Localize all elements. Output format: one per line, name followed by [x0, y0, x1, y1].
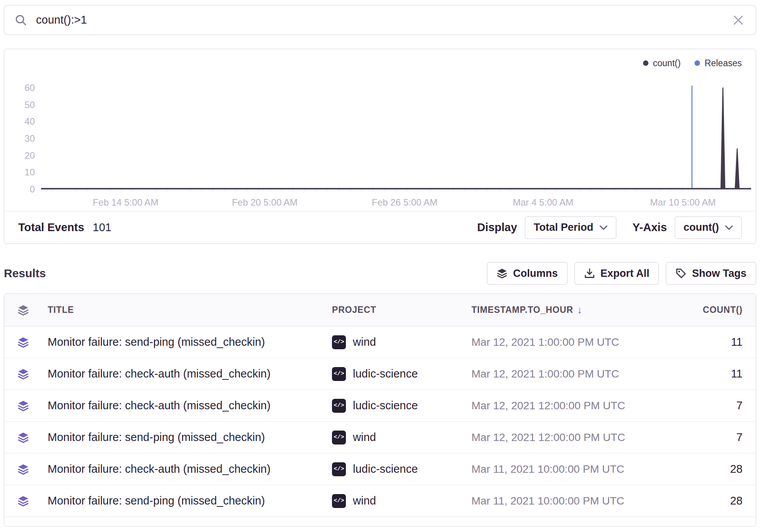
results-heading: Results	[4, 267, 46, 280]
svg-text:0: 0	[30, 184, 35, 194]
svg-text:Feb 20 5:00 AM: Feb 20 5:00 AM	[232, 197, 297, 208]
table-row[interactable]: Monitor failure: check-auth (missed_chec…	[4, 453, 756, 485]
legend-dot-icon	[695, 60, 700, 66]
row-title: Monitor failure: send-ping (missed_check…	[48, 431, 332, 444]
table-footer	[4, 517, 756, 526]
legend-item-count[interactable]: count()	[643, 58, 681, 69]
export-all-button-label: Export All	[600, 268, 650, 280]
project-platform-icon: </>	[332, 462, 346, 476]
svg-text:Mar 10 5:00 AM: Mar 10 5:00 AM	[650, 197, 715, 208]
column-header-timestamp-label: TIMESTAMP.TO_HOUR	[471, 305, 573, 315]
results-header: Results Columns Export All Show Tags	[4, 262, 756, 285]
show-tags-button-label: Show Tags	[692, 268, 746, 280]
svg-text:Feb 26 5:00 AM: Feb 26 5:00 AM	[372, 197, 437, 208]
row-title: Monitor failure: send-ping (missed_check…	[48, 494, 332, 507]
legend-item-releases[interactable]: Releases	[695, 58, 742, 69]
row-project: </> ludic-science	[332, 399, 471, 413]
chevron-down-icon	[725, 225, 733, 230]
project-name: wind	[353, 431, 376, 444]
table-row[interactable]: Monitor failure: check-auth (missed_chec…	[4, 358, 756, 390]
row-project: </> ludic-science	[332, 367, 471, 381]
clear-search-icon[interactable]	[732, 14, 745, 27]
svg-text:50: 50	[24, 100, 35, 110]
column-header-count[interactable]: COUNT()	[657, 305, 743, 315]
event-stack-icon[interactable]	[17, 368, 48, 380]
row-count: 7	[657, 431, 743, 444]
row-title: Monitor failure: check-auth (missed_chec…	[48, 367, 332, 380]
row-timestamp: Mar 12, 2021 1:00:00 PM UTC	[471, 368, 657, 380]
svg-text:Mar 4 5:00 AM: Mar 4 5:00 AM	[513, 197, 573, 208]
project-platform-icon: </>	[332, 431, 346, 444]
export-all-button[interactable]: Export All	[574, 262, 659, 285]
search-icon	[15, 14, 27, 26]
events-chart-panel: count()Releases 0102030405060Feb 14 5:00…	[4, 49, 756, 244]
project-name: wind	[353, 336, 376, 348]
column-header-title[interactable]: TITLE	[48, 305, 332, 315]
row-count: 11	[657, 336, 743, 348]
display-select[interactable]: Total Period	[525, 216, 616, 239]
row-project: </> ludic-science	[332, 462, 471, 476]
row-title: Monitor failure: check-auth (missed_chec…	[48, 463, 332, 475]
row-timestamp: Mar 12, 2021 12:00:00 PM UTC	[471, 431, 657, 444]
row-count: 11	[657, 367, 743, 380]
table-body: Monitor failure: send-ping (missed_check…	[4, 326, 756, 517]
chart-footer: Total Events 101 Display Total Period Y-…	[4, 211, 756, 244]
row-count: 28	[657, 494, 743, 507]
event-stack-icon[interactable]	[17, 336, 48, 348]
project-name: ludic-science	[353, 367, 418, 380]
total-events-value: 101	[93, 221, 111, 234]
column-header-timestamp[interactable]: TIMESTAMP.TO_HOUR ↓	[471, 304, 657, 316]
chart-legend: count()Releases	[4, 49, 756, 69]
layers-icon	[17, 304, 48, 316]
project-name: ludic-science	[353, 399, 418, 412]
tag-icon	[676, 268, 686, 279]
project-name: wind	[353, 494, 376, 507]
row-count: 7	[657, 399, 743, 412]
chevron-down-icon	[600, 225, 607, 230]
table-row[interactable]: Monitor failure: send-ping (missed_check…	[4, 422, 756, 453]
svg-text:20: 20	[24, 150, 35, 161]
event-stack-icon[interactable]	[17, 495, 48, 507]
table-row[interactable]: Monitor failure: check-auth (missed_chec…	[4, 390, 756, 422]
row-project: </> wind	[332, 494, 471, 508]
legend-label: Releases	[705, 58, 742, 69]
svg-text:30: 30	[24, 133, 35, 144]
legend-dot-icon	[643, 60, 648, 66]
search-input[interactable]	[35, 13, 723, 27]
legend-label: count()	[653, 58, 681, 69]
column-header-project[interactable]: PROJECT	[332, 305, 471, 315]
project-platform-icon: </>	[332, 399, 346, 413]
project-name: ludic-science	[353, 463, 418, 475]
table-row[interactable]: Monitor failure: send-ping (missed_check…	[4, 326, 756, 358]
svg-text:10: 10	[24, 167, 35, 177]
show-tags-button[interactable]: Show Tags	[666, 262, 756, 285]
table-row[interactable]: Monitor failure: send-ping (missed_check…	[4, 485, 756, 517]
project-platform-icon: </>	[332, 335, 346, 349]
row-project: </> wind	[332, 431, 471, 444]
event-stack-icon[interactable]	[17, 432, 48, 443]
svg-text:40: 40	[24, 116, 35, 127]
row-timestamp: Mar 11, 2021 10:00:00 PM UTC	[471, 495, 657, 507]
project-platform-icon: </>	[332, 367, 346, 381]
columns-button-label: Columns	[513, 268, 558, 280]
event-stack-icon[interactable]	[17, 463, 48, 475]
yaxis-label: Y-Axis	[633, 221, 667, 234]
table-header: TITLE PROJECT TIMESTAMP.TO_HOUR ↓ COUNT(…	[4, 294, 756, 326]
search-bar[interactable]	[4, 5, 756, 35]
total-events-label: Total Events	[18, 221, 84, 234]
row-timestamp: Mar 11, 2021 10:00:00 PM UTC	[471, 463, 657, 475]
row-title: Monitor failure: check-auth (missed_chec…	[48, 399, 332, 412]
download-icon	[584, 268, 595, 279]
row-count: 28	[657, 463, 743, 475]
project-platform-icon: </>	[332, 494, 346, 508]
columns-button[interactable]: Columns	[487, 262, 567, 285]
row-timestamp: Mar 12, 2021 12:00:00 PM UTC	[471, 400, 657, 412]
results-table: TITLE PROJECT TIMESTAMP.TO_HOUR ↓ COUNT(…	[4, 293, 756, 527]
yaxis-select[interactable]: count()	[675, 216, 742, 239]
row-timestamp: Mar 12, 2021 1:00:00 PM UTC	[471, 336, 657, 348]
display-select-value: Total Period	[534, 221, 593, 233]
event-stack-icon[interactable]	[17, 400, 48, 412]
svg-text:60: 60	[24, 82, 35, 93]
sort-desc-icon: ↓	[577, 304, 583, 316]
layers-icon	[497, 268, 507, 279]
